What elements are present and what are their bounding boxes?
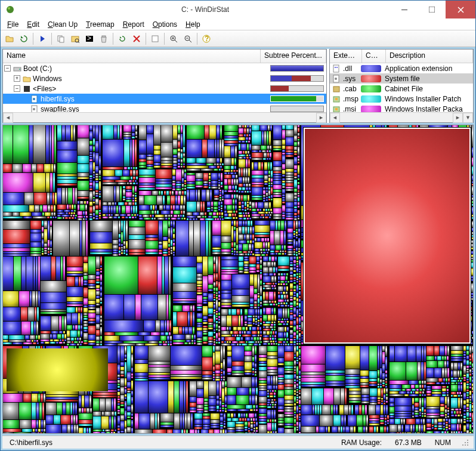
tree-row-swapfile[interactable]: swapfile.sys [3, 104, 326, 112]
status-ram-label: RAM Usage: [338, 438, 385, 447]
svg-point-40 [465, 442, 466, 443]
maximize-button[interactable] [418, 1, 446, 18]
svg-rect-5 [60, 37, 64, 42]
tree-label: Boot (C:) [23, 64, 52, 73]
ext-row-sys[interactable]: .sys System file [330, 73, 473, 84]
open-icon[interactable] [3, 32, 16, 45]
tree-row-hiberfil[interactable]: hiberfil.sys [3, 94, 326, 104]
collapse-icon[interactable]: − [4, 65, 11, 72]
column-extension[interactable]: Extensi... [330, 50, 362, 63]
tree-row-root[interactable]: − Boot (C:) [3, 63, 326, 73]
toolbar: > ? [1, 30, 475, 47]
svg-line-8 [78, 42, 79, 43]
refresh-all-icon[interactable] [17, 32, 30, 45]
minimize-button[interactable] [391, 1, 418, 18]
menu-edit[interactable]: Edit [23, 19, 44, 30]
copy-icon[interactable] [54, 32, 67, 45]
zoom-out-icon[interactable] [181, 32, 194, 45]
color-swatch [361, 106, 381, 113]
collapse-icon[interactable]: − [14, 85, 20, 92]
ext-row-dll[interactable]: .dll Application extension [330, 63, 473, 73]
status-num: NUM [431, 438, 455, 447]
svg-point-33 [335, 78, 337, 80]
scroll-right-icon[interactable]: ► [453, 113, 463, 123]
file-icon [332, 75, 341, 83]
menu-file[interactable]: File [3, 19, 23, 30]
ext-name: .sys [343, 75, 361, 83]
ext-name: .dll [343, 64, 361, 73]
cmd-icon[interactable]: > [83, 32, 96, 45]
ext-row-msi[interactable]: .msi Windows Installer Packa [330, 104, 473, 112]
explorer-icon[interactable] [69, 32, 82, 45]
directory-tree-pane[interactable]: Name Subtree Percent... − Boot (C:) + Wi… [2, 49, 327, 123]
menu-help[interactable]: Help [181, 19, 205, 30]
files-icon [23, 85, 31, 93]
extension-list-pane[interactable]: Extensi... Col... Description .dll Appli… [329, 49, 474, 123]
menu-report[interactable]: Report [119, 19, 149, 30]
ext-desc: System file [385, 75, 420, 83]
column-subtree-percent[interactable]: Subtree Percent... [261, 50, 326, 63]
drive-icon [13, 64, 21, 73]
status-ram-value: 67.3 MB [391, 438, 425, 447]
column-color[interactable]: Col... [362, 50, 386, 63]
svg-text:?: ? [205, 35, 209, 43]
color-swatch [361, 65, 381, 72]
scroll-down-icon[interactable]: ▼ [463, 113, 473, 123]
ext-desc: Application extension [385, 64, 452, 73]
tree-label: Windows [33, 75, 62, 83]
expand-icon[interactable]: + [14, 75, 20, 82]
close-button[interactable] [446, 1, 475, 18]
scroll-left-icon[interactable]: ◄ [330, 113, 340, 123]
help-icon[interactable]: ? [200, 32, 213, 45]
ext-desc: Windows Installer Packa [385, 105, 463, 113]
file-icon [332, 64, 341, 73]
svg-text:>: > [87, 34, 91, 42]
file-icon [30, 95, 39, 103]
menu-options[interactable]: Options [149, 19, 181, 30]
recycle-bin-icon[interactable] [97, 32, 110, 45]
menu-cleanup[interactable]: Clean Up [44, 19, 82, 30]
svg-point-41 [467, 442, 468, 443]
column-description[interactable]: Description [386, 50, 473, 63]
status-path: C:\hiberfil.sys [6, 438, 332, 447]
resize-grip-icon[interactable] [460, 438, 470, 447]
svg-point-28 [33, 108, 35, 110]
ext-row-msp[interactable]: .msp Windows Installer Patch [330, 94, 473, 104]
svg-point-1 [8, 7, 10, 10]
scroll-left-icon[interactable]: ◄ [3, 113, 13, 123]
svg-rect-24 [24, 86, 30, 92]
tree-label: <Files> [33, 85, 56, 93]
tree-row-files[interactable]: − <Files> [3, 84, 326, 94]
zoom-in-icon[interactable] [167, 32, 180, 45]
delete-icon[interactable] [130, 32, 143, 45]
tree-label: swapfile.sys [41, 105, 79, 113]
file-icon [30, 105, 39, 113]
svg-line-18 [189, 40, 191, 42]
menu-treemap[interactable]: Treemap [82, 19, 119, 30]
svg-rect-29 [333, 65, 339, 72]
color-swatch [361, 95, 381, 103]
play-icon[interactable] [36, 32, 49, 45]
app-icon [5, 5, 15, 14]
folder-icon [23, 75, 31, 83]
treemap-view[interactable] [2, 125, 474, 434]
refresh-icon[interactable] [116, 32, 129, 45]
treemap-selected-block[interactable] [304, 128, 471, 344]
svg-point-0 [7, 6, 14, 13]
tree-row-windows[interactable]: + Windows [3, 73, 326, 84]
svg-rect-38 [335, 108, 338, 110]
ext-desc: Windows Installer Patch [385, 95, 461, 103]
properties-icon[interactable] [149, 32, 162, 45]
window-title: C: - WinDirStat [20, 5, 391, 14]
svg-point-39 [467, 440, 468, 441]
svg-point-42 [462, 444, 463, 446]
file-icon [332, 95, 341, 103]
svg-rect-36 [335, 98, 338, 100]
tree-label: hiberfil.sys [41, 95, 75, 103]
svg-rect-3 [429, 7, 435, 13]
scroll-right-icon[interactable]: ► [316, 113, 326, 123]
ext-row-cab[interactable]: .cab Cabinet File [330, 84, 473, 94]
column-name[interactable]: Name [3, 50, 261, 63]
svg-rect-11 [102, 36, 106, 37]
ext-name: .msp [343, 95, 361, 103]
